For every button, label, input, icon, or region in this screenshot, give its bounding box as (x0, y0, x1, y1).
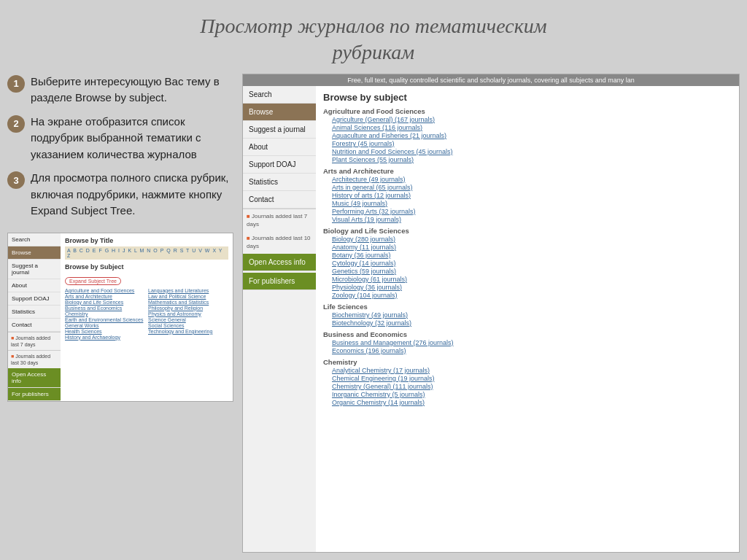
category-biology: Biology and Life Sciences (323, 227, 732, 235)
step-3-number: 3 (7, 171, 25, 189)
mini-nav-publishers[interactable]: For publishers (8, 388, 61, 401)
mini-nav-statistics[interactable]: Statistics (8, 306, 61, 319)
mini-subj-link-1-7[interactable]: Health Sciences (65, 329, 145, 334)
link-analytical-chemistry[interactable]: Analytical Chemistry (17 journals) (332, 367, 732, 374)
main-container: Просмотр журналов по тематическим рубрик… (0, 0, 747, 560)
nav-statistics[interactable]: Statistics (243, 174, 316, 191)
mini-nav-browse[interactable]: Browse (8, 246, 61, 260)
link-organic-chemistry[interactable]: Organic Chemistry (14 journals) (332, 399, 732, 406)
mini-subj-link-1-3[interactable]: Business and Economics (65, 306, 145, 311)
mini-subj-link-2-0[interactable]: Languages and Literatures (148, 288, 228, 293)
nav-search[interactable]: Search (243, 86, 316, 104)
nav-contact[interactable]: Contact (243, 191, 316, 209)
link-microbiology[interactable]: Microbiology (61 journals) (332, 276, 732, 283)
link-history-arts[interactable]: History of arts (12 journals) (332, 192, 732, 199)
step-3-block: 3 Для просмотра полного списка рубрик, в… (7, 170, 233, 219)
link-genetics[interactable]: Genetics (59 journals) (332, 268, 732, 275)
step-3-text: Для просмотра полного списка рубрик, вкл… (31, 170, 233, 219)
mini-sep1: ■ Journals added last 7 days (8, 332, 61, 350)
instructions-panel: 1 Выберите интересующую Вас тему в разде… (7, 74, 233, 553)
mini-nav-suggest[interactable]: Suggest a journal (8, 260, 61, 279)
mini-nav-oa[interactable]: Open Access info (8, 368, 61, 388)
link-biology[interactable]: Biology (280 journals) (332, 236, 732, 243)
link-chemical-engineering[interactable]: Chemical Engineering (19 journals) (332, 375, 732, 382)
mini-subj-link-1-8[interactable]: History and Archaeology (65, 335, 145, 340)
mini-subj-link-2-7[interactable]: Technology and Engineering (148, 329, 228, 334)
website-body: Search Browse Suggest a journal About Su… (243, 86, 739, 552)
link-performing-arts[interactable]: Performing Arts (32 journals) (332, 208, 732, 215)
mini-subj-link-1-0[interactable]: Agriculture and Food Sciences (65, 288, 145, 293)
nav-oa-info[interactable]: Open Access info (243, 254, 316, 271)
link-forestry[interactable]: Forestry (45 journals) (332, 140, 732, 147)
link-business-management[interactable]: Business and Management (276 journals) (332, 339, 732, 346)
link-plant-sciences[interactable]: Plant Sciences (55 journals) (332, 156, 732, 163)
nav-about[interactable]: About (243, 139, 316, 156)
category-arts: Arts and Architecture (323, 167, 732, 175)
mini-subj-link-2-4[interactable]: Physics and Astronomy (148, 311, 228, 316)
link-chemistry-general[interactable]: Chemistry (General) (111 journals) (332, 383, 732, 390)
website-panel: Free, full text, quality controlled scie… (242, 74, 740, 553)
link-arts-general[interactable]: Arts in general (65 journals) (332, 184, 732, 191)
mini-browse-by-title: Browse by Title (65, 237, 228, 244)
step-2-text: На экране отобразится список подрубрик в… (31, 114, 233, 163)
category-life-sciences: Life Sciences (323, 303, 732, 311)
mini-subj-link-1-1[interactable]: Arts and Architecture (65, 294, 145, 299)
link-biochemistry[interactable]: Biochemistry (49 journals) (332, 311, 732, 319)
category-agriculture: Agriculture and Food Sciences (323, 107, 732, 115)
website-main-content: Browse by subject Agriculture and Food S… (316, 86, 739, 552)
link-cytology[interactable]: Cytology (14 journals) (332, 260, 732, 267)
mini-subj-link-2-1[interactable]: Law and Political Science (148, 294, 228, 299)
link-animal-sciences[interactable]: Animal Sciences (116 journals) (332, 124, 732, 131)
link-biotechnology[interactable]: Biotechnology (32 journals) (332, 319, 732, 327)
mini-subj-link-1-4[interactable]: Chemistry (65, 311, 145, 316)
mini-subj-link-2-3[interactable]: Philosophy and Religion (148, 306, 228, 311)
journals-added-30: ■ Journals added last 10 days (243, 231, 316, 253)
mini-subj-col-1: Agriculture and Food Sciences Arts and A… (65, 288, 145, 341)
step-1-block: 1 Выберите интересующую Вас тему в разде… (7, 74, 233, 106)
expand-subject-tree-button[interactable]: Expand Subject Tree (65, 277, 121, 285)
mini-subj-link-1-5[interactable]: Earth and Environmental Sciences (65, 317, 145, 322)
content-area: 1 Выберите интересующую Вас тему в разде… (0, 74, 747, 560)
page-title: Просмотр журналов по тематическим рубрик… (15, 13, 732, 66)
mini-subj-link-1-2[interactable]: Biology and Life Sciences (65, 300, 145, 305)
alpha-row[interactable]: A B C D E F G H I J K L M N O P Q R S T … (65, 246, 228, 260)
journals-added-7: ■ Journals added last 7 days (243, 209, 316, 231)
link-architecture[interactable]: Architecture (49 journals) (332, 176, 732, 183)
mini-main-content: Browse by Title A B C D E F G H I J K L … (61, 233, 233, 344)
mini-nav-about[interactable]: About (8, 279, 61, 292)
link-zoology[interactable]: Zoology (104 journals) (332, 292, 732, 299)
step-2-block: 2 На экране отобразится список подрубрик… (7, 114, 233, 163)
nav-suggest[interactable]: Suggest a journal (243, 121, 316, 139)
mini-sidebar: Search Browse Suggest a journal About Su… (8, 233, 61, 401)
mini-subj-link-2-6[interactable]: Social Sciences (148, 323, 228, 328)
mini-subj-link-1-6[interactable]: General Works (65, 323, 145, 328)
link-nutrition[interactable]: Nutrition and Food Sciences (45 journals… (332, 148, 732, 155)
mini-subj-col-2: Languages and Literatures Law and Politi… (148, 288, 228, 341)
link-physiology[interactable]: Physiology (36 journals) (332, 284, 732, 291)
title-section: Просмотр журналов по тематическим рубрик… (0, 0, 747, 74)
website-sidebar: Search Browse Suggest a journal About Su… (243, 86, 316, 552)
mini-subj-link-2-2[interactable]: Mathematics and Statistics (148, 300, 228, 305)
mini-subj-link-2-5[interactable]: Science General (148, 317, 228, 322)
link-aquaculture[interactable]: Aquaculture and Fisheries (21 journals) (332, 132, 732, 139)
mini-browse-by-subject: Browse by Subject (65, 263, 228, 271)
link-agriculture-general[interactable]: Agriculture (General) (167 journals) (332, 116, 732, 123)
link-economics[interactable]: Economics (196 journals) (332, 347, 732, 354)
nav-browse[interactable]: Browse (243, 104, 316, 121)
link-music[interactable]: Music (49 journals) (332, 200, 732, 207)
link-visual-arts[interactable]: Visual Arts (19 journals) (332, 216, 732, 223)
link-anatomy[interactable]: Anatomy (11 journals) (332, 244, 732, 251)
category-chemistry: Chemistry (323, 358, 732, 366)
mini-nav-contact[interactable]: Contact (8, 319, 61, 332)
mini-nav-support[interactable]: Support DOAJ (8, 292, 61, 306)
nav-publishers[interactable]: For publishers (243, 273, 316, 290)
website-banner: Free, full text, quality controlled scie… (243, 74, 739, 86)
mini-nav-search[interactable]: Search (8, 233, 61, 246)
step-2-number: 2 (7, 115, 25, 133)
mini-subject-columns: Agriculture and Food Sciences Arts and A… (65, 288, 228, 341)
link-inorganic-chemistry[interactable]: Inorganic Chemistry (5 journals) (332, 391, 732, 398)
step-1-text: Выберите интересующую Вас тему в разделе… (31, 74, 233, 106)
category-business: Business and Economics (323, 330, 732, 338)
nav-support[interactable]: Support DOAJ (243, 156, 316, 174)
link-botany[interactable]: Botany (36 journals) (332, 252, 732, 259)
